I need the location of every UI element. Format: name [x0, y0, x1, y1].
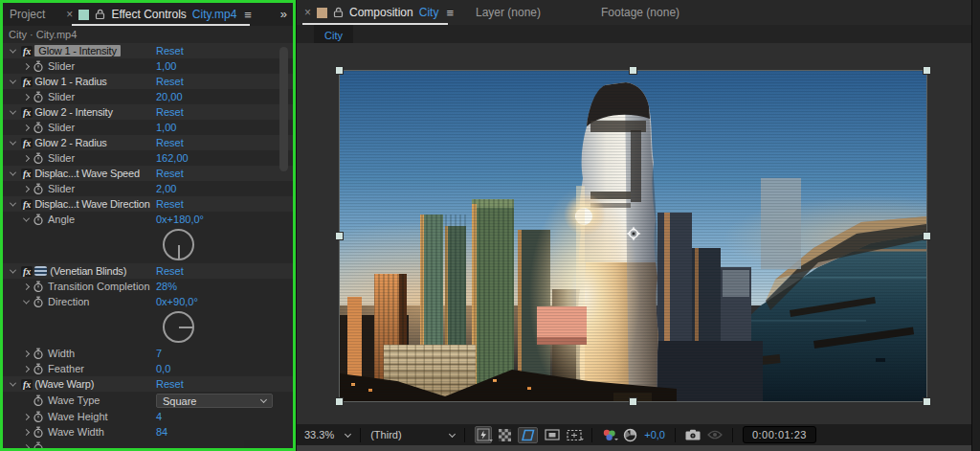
exposure-value[interactable]: +0,0 [644, 429, 665, 440]
property-value[interactable]: 20,00 [156, 91, 183, 102]
transparency-grid-icon[interactable] [499, 429, 511, 441]
property-value[interactable]: 28% [156, 281, 177, 292]
property-row-clipped[interactable] [3, 440, 293, 451]
tab-footage[interactable]: Footage (none) [601, 6, 679, 19]
chevron-right-icon[interactable] [21, 123, 32, 133]
property-row-slider[interactable]: Slider 1,00 [3, 58, 293, 74]
stopwatch-icon[interactable] [33, 426, 44, 439]
overflow-chevrons-icon[interactable]: » [280, 7, 285, 21]
chevron-down-icon[interactable] [8, 379, 18, 390]
right-panel-splitter[interactable] [971, 0, 980, 451]
property-row-slider[interactable]: Slider 1,00 [3, 120, 293, 135]
property-row-feather[interactable]: Feather 0,0 [3, 361, 293, 376]
property-value[interactable]: 0x+180,0° [156, 214, 204, 225]
property-value[interactable]: 162,00 [156, 152, 189, 164]
selection-handle-top-middle[interactable] [629, 66, 637, 75]
panel-menu-icon[interactable]: ≡ [244, 8, 252, 22]
effect-name[interactable]: Glow 2 - Radius [34, 137, 106, 148]
selection-handle-bottom-middle[interactable] [629, 397, 637, 406]
reset-link[interactable]: Reset [156, 378, 184, 390]
property-row-slider[interactable]: Slider 2,00 [3, 181, 293, 196]
property-value[interactable]: 1,00 [156, 60, 176, 72]
effect-name[interactable]: (Venetian Blinds) [50, 265, 126, 277]
stopwatch-icon[interactable] [33, 348, 44, 360]
chevron-down-icon[interactable] [8, 107, 18, 118]
stopwatch-icon[interactable] [33, 122, 44, 134]
chevron-down-icon[interactable] [8, 266, 18, 277]
property-value[interactable]: 7 [156, 348, 162, 359]
chevron-down-icon[interactable] [8, 46, 18, 56]
selection-handle-bottom-right[interactable] [923, 397, 931, 406]
chevron-right-icon[interactable] [21, 282, 32, 292]
effect-row-glow1-intensity[interactable]: fx Glow 1 - Intensity Reset [3, 43, 293, 58]
subtab-city[interactable]: City [314, 25, 353, 43]
property-row-width[interactable]: Width 7 [3, 346, 293, 361]
fast-preview-icon[interactable] [475, 426, 492, 443]
adjust-exposure-icon[interactable] [623, 428, 637, 442]
property-value[interactable]: 84 [156, 426, 167, 438]
chevron-down-icon[interactable] [8, 138, 18, 148]
stopwatch-icon[interactable] [33, 152, 44, 165]
property-row-angle[interactable]: Angle 0x+180,0° [3, 212, 293, 227]
chevron-down-icon[interactable] [8, 169, 18, 179]
selection-handle-middle-right[interactable] [923, 232, 931, 240]
reset-link[interactable]: Reset [156, 45, 184, 56]
property-row-wave-type[interactable]: Wave Type Square [3, 392, 293, 409]
tab-composition[interactable]: × Composition City ≡ [304, 6, 454, 20]
property-row-transition-completion[interactable]: Transition Completion 28% [3, 279, 293, 294]
stopwatch-icon[interactable] [33, 395, 44, 407]
resolution-dropdown[interactable]: (Third) [370, 429, 455, 440]
channel-color-settings-icon[interactable] [602, 429, 616, 441]
mask-visibility-icon[interactable] [518, 427, 538, 443]
layer-anchor-target-icon[interactable] [626, 226, 641, 243]
tab-effect-controls[interactable]: × Effect Controls City.mp4 ≡ [66, 8, 252, 22]
chevron-right-icon[interactable] [21, 364, 32, 374]
panel-menu-icon[interactable]: ≡ [446, 6, 454, 20]
chevron-right-icon[interactable] [21, 184, 32, 194]
chevron-right-icon[interactable] [21, 412, 32, 422]
effect-name[interactable]: Glow 1 - Radius [34, 76, 106, 87]
effect-row-displacement-wave-direction[interactable]: fx Displac...t Wave Direction Reset [3, 196, 293, 212]
chevron-down-icon[interactable] [8, 199, 18, 210]
tab-project[interactable]: Project [10, 8, 45, 21]
selection-handle-middle-left[interactable] [335, 232, 344, 240]
reset-link[interactable]: Reset [156, 198, 184, 210]
selection-handle-bottom-left[interactable] [335, 397, 344, 406]
stopwatch-icon[interactable] [33, 296, 44, 308]
stopwatch-icon[interactable] [33, 411, 44, 423]
effect-row-displacement-wave-speed[interactable]: fx Displac...t Wave Speed Reset [3, 166, 293, 181]
composition-canvas[interactable] [340, 71, 926, 401]
take-snapshot-camera-icon[interactable] [685, 429, 701, 440]
effect-name[interactable]: Displac...t Wave Speed [34, 168, 140, 179]
property-row-direction[interactable]: Direction 0x+90,0° [3, 294, 293, 309]
property-row-slider[interactable]: Slider 20,00 [3, 89, 293, 104]
chevron-right-icon[interactable] [21, 442, 32, 451]
stopwatch-icon[interactable] [33, 60, 44, 73]
stopwatch-icon[interactable] [33, 183, 44, 195]
show-snapshot-eye-icon[interactable] [707, 430, 723, 440]
current-timecode[interactable]: 0:00:01:23 [743, 426, 816, 443]
close-icon[interactable]: × [66, 8, 73, 21]
vertical-scrollbar[interactable] [279, 47, 288, 171]
effect-row-venetian-blinds[interactable]: fx (Venetian Blinds) Reset [3, 263, 293, 279]
selection-handle-top-left[interactable] [335, 66, 344, 75]
selection-handle-top-right[interactable] [923, 66, 931, 75]
stopwatch-icon[interactable] [33, 441, 44, 451]
effect-row-glow2-intensity[interactable]: fx Glow 2 - Intensity Reset [3, 104, 293, 120]
effect-name[interactable]: Glow 2 - Intensity [34, 106, 112, 118]
reset-link[interactable]: Reset [156, 168, 184, 179]
angle-dial[interactable] [163, 229, 194, 260]
grid-guides-options-icon[interactable] [567, 429, 582, 441]
effect-row-glow1-radius[interactable]: fx Glow 1 - Radius Reset [3, 74, 293, 89]
chevron-right-icon[interactable] [21, 153, 32, 164]
stopwatch-icon[interactable] [33, 91, 44, 103]
reset-link[interactable]: Reset [156, 106, 184, 118]
region-of-interest-icon[interactable] [545, 429, 560, 440]
reset-link[interactable]: Reset [156, 76, 184, 87]
stopwatch-icon[interactable] [33, 363, 44, 375]
magnification-dropdown[interactable]: 33.3% [304, 429, 350, 440]
chevron-down-icon[interactable] [21, 214, 32, 225]
direction-dial[interactable] [163, 311, 194, 343]
wave-type-select[interactable]: Square [156, 394, 273, 408]
property-value[interactable]: 0x+90,0° [156, 296, 198, 307]
